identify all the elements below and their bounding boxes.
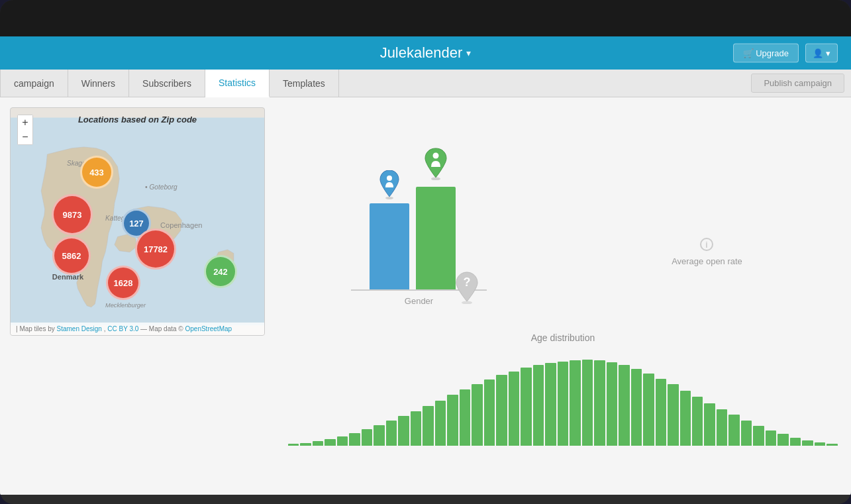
age-bar bbox=[741, 421, 752, 446]
age-bar bbox=[423, 406, 433, 446]
age-bars-container bbox=[275, 353, 851, 446]
svg-text:i: i bbox=[706, 240, 708, 250]
age-bar bbox=[374, 425, 384, 446]
header-title-group[interactable]: Julekalender ▾ bbox=[380, 44, 472, 62]
cluster-242: 242 bbox=[204, 255, 237, 288]
age-bar bbox=[594, 360, 605, 446]
female-bar bbox=[416, 187, 456, 289]
top-stats-row: ? Gender bbox=[275, 97, 851, 319]
gender-label: Gender bbox=[405, 296, 433, 306]
age-bar bbox=[386, 421, 397, 446]
age-bar bbox=[802, 440, 813, 446]
female-bar-group bbox=[416, 187, 456, 289]
age-bar bbox=[484, 379, 495, 446]
age-bar bbox=[815, 442, 825, 446]
age-bar bbox=[582, 360, 593, 446]
age-bar bbox=[656, 379, 666, 446]
age-bar bbox=[826, 444, 837, 446]
male-bar-group bbox=[370, 203, 409, 289]
tab-campaign[interactable]: campaign bbox=[0, 70, 68, 97]
gender-section: ? Gender bbox=[288, 111, 550, 306]
female-pin-icon bbox=[423, 147, 449, 183]
title-dropdown-arrow[interactable]: ▾ bbox=[466, 48, 471, 58]
age-bar bbox=[631, 369, 642, 446]
stamen-link[interactable]: Stamen Design bbox=[57, 325, 102, 332]
user-icon: 👤 bbox=[813, 48, 823, 58]
cluster-17782: 17782 bbox=[135, 228, 176, 270]
age-bar bbox=[717, 409, 727, 446]
age-distribution-title: Age distribution bbox=[275, 332, 851, 343]
age-bar bbox=[325, 439, 335, 446]
device-frame: Julekalender ▾ 🛒 Upgrade 👤 ▾ campaign Wi… bbox=[0, 0, 851, 504]
age-bar bbox=[435, 401, 446, 446]
age-bar bbox=[411, 411, 421, 446]
age-bar bbox=[496, 375, 507, 446]
zoom-out-button[interactable]: − bbox=[18, 130, 32, 144]
age-bar bbox=[619, 365, 629, 446]
tab-subscribers[interactable]: Subscribers bbox=[129, 70, 205, 97]
tab-statistics[interactable]: Statistics bbox=[205, 70, 270, 97]
age-bar bbox=[728, 415, 739, 446]
map-zoom-controls: + − bbox=[17, 115, 33, 145]
age-bar bbox=[313, 441, 323, 446]
app-title: Julekalender bbox=[380, 44, 463, 62]
unknown-pin-icon: ? bbox=[452, 270, 481, 307]
open-rate-section: i Average open rate bbox=[576, 111, 838, 306]
right-panel: ? Gender bbox=[275, 97, 851, 495]
cc-link[interactable]: CC BY 3.0 bbox=[107, 325, 138, 332]
male-bar bbox=[370, 203, 409, 289]
user-menu-button[interactable]: 👤 ▾ bbox=[805, 44, 838, 63]
age-bar bbox=[509, 372, 519, 446]
age-bar bbox=[753, 426, 764, 446]
upgrade-button[interactable]: 🛒 Upgrade bbox=[733, 44, 799, 63]
device-top-bezel bbox=[0, 0, 851, 36]
age-bar bbox=[300, 443, 311, 446]
tab-templates[interactable]: Templates bbox=[270, 70, 339, 97]
age-bar bbox=[777, 434, 788, 446]
cluster-5862: 5862 bbox=[52, 236, 91, 275]
age-bar bbox=[607, 362, 617, 446]
map-title: Locations based on Zip code bbox=[78, 115, 197, 125]
age-bar bbox=[766, 430, 776, 446]
age-bar bbox=[545, 363, 556, 446]
age-bar bbox=[447, 395, 458, 446]
app-container: Julekalender ▾ 🛒 Upgrade 👤 ▾ campaign Wi… bbox=[0, 36, 851, 495]
age-bar bbox=[521, 368, 531, 446]
age-bar bbox=[398, 416, 409, 446]
svg-point-10 bbox=[432, 153, 438, 159]
navigation-tabs: campaign Winners Subscribers Statistics … bbox=[0, 70, 851, 97]
zoom-in-button[interactable]: + bbox=[18, 115, 32, 130]
age-bar bbox=[362, 429, 372, 446]
unknown-bar-group: ? bbox=[466, 283, 469, 289]
cluster-9873: 9873 bbox=[52, 194, 93, 235]
age-bar bbox=[533, 365, 544, 446]
age-bar bbox=[337, 436, 348, 446]
age-bar bbox=[349, 433, 360, 446]
age-bar bbox=[668, 384, 678, 446]
age-bar bbox=[472, 384, 482, 446]
age-bar bbox=[570, 360, 580, 446]
publish-campaign-button[interactable]: Publish campaign bbox=[751, 74, 844, 93]
age-bar bbox=[288, 444, 299, 446]
age-bar bbox=[790, 438, 801, 446]
main-content: + − Locations based on Zip code bbox=[0, 97, 851, 495]
svg-point-8 bbox=[387, 176, 392, 181]
tab-winners[interactable]: Winners bbox=[68, 70, 129, 97]
cluster-1628: 1628 bbox=[106, 266, 140, 300]
user-dropdown-arrow: ▾ bbox=[826, 48, 830, 58]
svg-text:?: ? bbox=[464, 276, 471, 289]
osm-link[interactable]: OpenStreetMap bbox=[185, 325, 232, 332]
age-bar bbox=[704, 403, 715, 446]
cluster-433: 433 bbox=[80, 156, 113, 189]
map-attribution: | Map tiles by Stamen Design , CC BY 3.0… bbox=[11, 323, 264, 335]
age-bar bbox=[680, 391, 691, 446]
open-rate-label: Average open rate bbox=[672, 256, 742, 266]
map-container: + − Locations based on Zip code bbox=[10, 107, 265, 336]
age-bar bbox=[643, 374, 654, 446]
open-rate-content: i Average open rate bbox=[672, 238, 742, 266]
info-icon-wrapper: i bbox=[672, 238, 742, 251]
age-bar bbox=[460, 389, 470, 446]
map-section: + − Locations based on Zip code bbox=[0, 97, 275, 495]
age-distribution-section: Age distribution bbox=[275, 319, 851, 459]
map-clusters: 433 9873 127 5862 bbox=[11, 108, 264, 322]
